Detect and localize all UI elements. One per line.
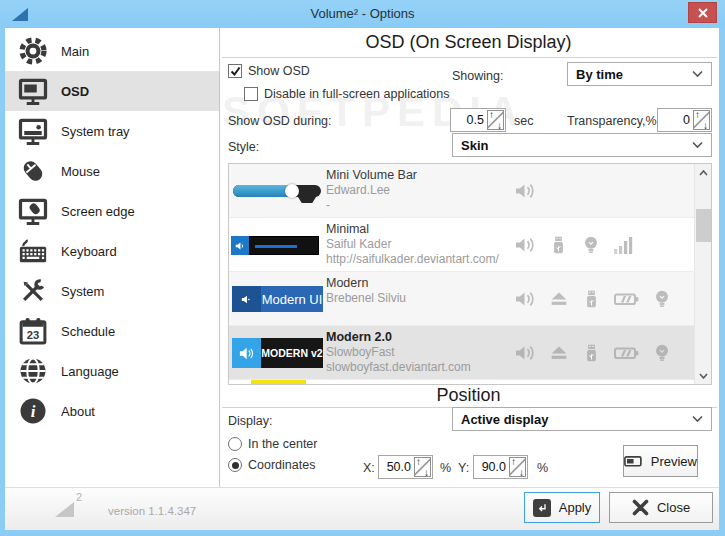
chevron-down-icon — [692, 415, 703, 423]
sidebar-item-language[interactable]: Language — [5, 351, 219, 391]
mouse-icon — [16, 154, 50, 188]
modern-2-preview: MODERN v2 — [232, 338, 323, 368]
sidebar-item-keyboard[interactable]: Keyboard — [5, 231, 219, 271]
skin-row-modern-2[interactable]: MODERN v2 Modern 2.0 SlowboyFast slowboy… — [229, 326, 694, 380]
sidebar-item-schedule[interactable]: 23 Schedule — [5, 311, 219, 351]
sidebar-item-screen-edge[interactable]: Screen edge — [5, 191, 219, 231]
sidebar-item-main[interactable]: Main — [5, 31, 219, 71]
skin-url: - — [326, 198, 330, 212]
checkbox-label: Disable in full-screen applications — [264, 87, 450, 101]
window-title: Volume² - Options — [0, 6, 725, 21]
skin-name: Modern 2.0 — [326, 330, 392, 344]
bulb-icon — [651, 287, 673, 311]
preview-monitor-icon — [624, 454, 643, 469]
scroll-down-button[interactable] — [695, 367, 712, 384]
usb-icon — [581, 341, 602, 365]
speaker-icon — [513, 179, 537, 203]
skin-author: Brebenel Silviu — [326, 291, 406, 305]
footer-logo-icon — [55, 502, 74, 517]
svg-text:i: i — [31, 402, 36, 421]
display-select[interactable]: Active display — [452, 407, 712, 431]
show-osd-during-label: Show OSD during: — [228, 114, 332, 128]
showing-select[interactable]: By time — [567, 62, 712, 86]
scroll-up-button[interactable] — [695, 164, 712, 181]
skin-row-minimal[interactable]: Minimal Saiful Kader http://saifulkader.… — [229, 218, 694, 272]
duration-spinner[interactable]: 0.5 ↑↓ — [450, 108, 506, 132]
coordinates-radio[interactable]: Coordinates — [228, 458, 315, 472]
bulb-icon — [651, 341, 673, 365]
svg-text:23: 23 — [27, 329, 40, 341]
sidebar-item-system[interactable]: System — [5, 271, 219, 311]
apply-button[interactable]: Apply — [524, 492, 600, 523]
skin-author: Saiful Kader — [326, 237, 391, 251]
osd-monitor-icon — [16, 74, 50, 108]
sidebar-item-label: About — [61, 404, 95, 419]
skin-author: SlowboyFast — [326, 345, 395, 359]
skin-name: Mini Volume Bar — [326, 168, 417, 182]
transparency-spinner[interactable]: 0 ↑↓ — [657, 108, 712, 132]
titlebar: Volume² - Options — [0, 0, 725, 28]
y-coordinate-spinner[interactable]: 90.0 ↑↓ — [473, 455, 528, 479]
modern-preview: Modern UI — [232, 286, 323, 312]
battery-icon — [613, 341, 640, 365]
modern-preview-text: Modern UI — [261, 286, 323, 312]
sidebar-item-about[interactable]: i About — [5, 391, 219, 431]
spinner-updown-buttons[interactable]: ↑↓ — [414, 457, 431, 477]
showing-label: Showing: — [452, 69, 503, 83]
apply-button-label: Apply — [559, 500, 592, 515]
close-button-label: Close — [657, 500, 690, 515]
center-radio[interactable]: In the center — [228, 437, 318, 451]
bulb-icon — [580, 233, 602, 257]
sidebar-item-label: System tray — [61, 124, 130, 139]
sidebar-item-system-tray[interactable]: System tray — [5, 111, 219, 151]
skin-row-mini-volume-bar[interactable]: Mini Volume Bar Edward.Lee - — [229, 164, 694, 218]
sidebar-item-mouse[interactable]: Mouse — [5, 151, 219, 191]
y-unit-label: % — [537, 461, 548, 475]
version-label: version 1.1.4.347 — [108, 505, 196, 517]
sidebar-item-label: System — [61, 284, 104, 299]
content-panel: SOFTPEDIA OSD (On Screen Display) Show O… — [220, 28, 719, 487]
checkbox-box — [244, 87, 258, 101]
options-window: Volume² - Options Main OSD System tray M… — [0, 0, 725, 536]
spinner-updown-buttons[interactable]: ↑↓ — [693, 110, 710, 130]
chevron-down-icon — [692, 70, 703, 78]
x-label: X: — [363, 461, 375, 475]
close-button[interactable]: Close — [609, 492, 713, 523]
x-coordinate-spinner[interactable]: 50.0 ↑↓ — [378, 455, 433, 479]
radio-circle — [228, 437, 242, 451]
sidebar-item-label: Mouse — [61, 164, 100, 179]
sidebar-item-osd[interactable]: OSD — [5, 71, 219, 111]
scrollbar-thumb[interactable] — [696, 209, 711, 242]
partial-skin-preview — [251, 380, 306, 384]
spinner-updown-buttons[interactable]: ↑↓ — [509, 457, 526, 477]
window-close-button[interactable] — [688, 2, 717, 23]
skin-name: Modern — [326, 276, 368, 290]
display-label: Display: — [228, 414, 272, 428]
minimal-preview — [231, 236, 319, 255]
calendar-icon: 23 — [16, 314, 50, 348]
skin-list: Mini Volume Bar Edward.Lee - Minimal Sai… — [228, 163, 712, 385]
style-label: Style: — [228, 140, 259, 154]
sidebar-item-label: Language — [61, 364, 119, 379]
disable-fullscreen-checkbox[interactable]: Disable in full-screen applications — [244, 87, 450, 101]
style-select[interactable]: Skin — [452, 133, 712, 157]
info-icon: i — [16, 394, 50, 428]
keyboard-icon — [16, 234, 50, 268]
list-scrollbar[interactable] — [694, 164, 711, 384]
usb-icon — [548, 233, 569, 257]
skin-url: slowboyfast.deviantart.com — [326, 360, 471, 374]
modern-2-preview-text: MODERN v2 — [261, 338, 323, 368]
spinner-updown-buttons[interactable]: ↑↓ — [487, 110, 504, 130]
show-osd-checkbox[interactable]: Show OSD — [228, 64, 310, 78]
screen-edge-icon — [16, 194, 50, 228]
skin-row-modern[interactable]: Modern UI Modern Brebenel Silviu — [229, 272, 694, 326]
radio-label: Coordinates — [248, 458, 315, 472]
close-icon — [697, 7, 709, 19]
sidebar: Main OSD System tray Mouse Screen edge K… — [5, 28, 219, 487]
sidebar-item-label: Main — [61, 44, 89, 59]
preview-button[interactable]: Preview — [623, 445, 698, 477]
eject-icon — [548, 341, 570, 365]
radio-circle — [228, 458, 242, 472]
checkbox-box — [228, 64, 242, 78]
mini-volume-bar-preview — [233, 185, 323, 207]
